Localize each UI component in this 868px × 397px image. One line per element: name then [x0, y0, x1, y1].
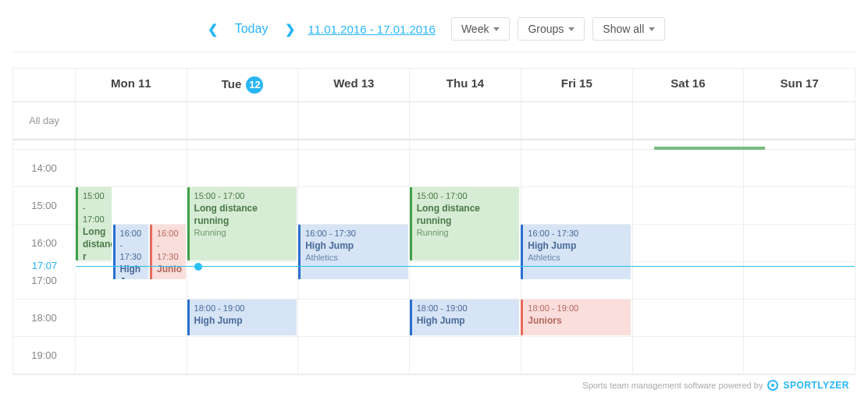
today-button[interactable]: Today: [235, 22, 269, 36]
event-title: Long distance running: [194, 202, 293, 227]
allday-cell[interactable]: [187, 102, 299, 139]
event-title: Long distance r: [83, 225, 107, 261]
event-title: Long distance running: [417, 202, 515, 227]
today-badge: 12: [246, 76, 263, 94]
event-time: 18:00 - 19:00: [194, 303, 293, 314]
dropdown-label: Week: [461, 23, 489, 35]
chevron-down-icon: [568, 27, 575, 31]
allday-cell[interactable]: [633, 102, 745, 139]
prev-arrow-icon[interactable]: ❮: [203, 22, 222, 37]
calendar-event[interactable]: 16:00 - 17:30Junio: [150, 225, 186, 279]
day-header[interactable]: Wed 13: [298, 69, 410, 101]
calendar-event[interactable]: 16:00 - 17:30High J: [113, 225, 149, 279]
calendar-event[interactable]: 15:00 - 17:00Long distance r: [76, 187, 112, 261]
time-col-header: [13, 69, 76, 101]
brand-name[interactable]: SPORTLYZER: [783, 380, 849, 391]
calendar-event[interactable]: 15:00 - 17:00Long distance runningRunnin…: [410, 187, 520, 261]
day-header[interactable]: Sun 17: [744, 69, 855, 101]
next-arrow-icon[interactable]: ❯: [280, 22, 300, 37]
day-column: 15:00 - 17:00Long distance runningRunnin…: [187, 140, 299, 374]
time-label: 16:00: [13, 225, 76, 261]
event-time: 15:00 - 17:00: [417, 190, 515, 202]
event-title: Juniors: [528, 314, 626, 327]
event-title: High Jump: [417, 314, 515, 327]
event-time: 15:00 - 17:00: [83, 190, 107, 225]
allday-label: All day: [13, 102, 76, 139]
event-time: 16:00 - 17:30: [528, 228, 626, 239]
event-time: 15:00 - 17:00: [194, 190, 293, 202]
dropdown-label: Groups: [528, 23, 564, 35]
calendar: Mon 11Tue 12Wed 13Thu 14Fri 15Sat 16Sun …: [12, 68, 856, 375]
event-title: High Jump: [194, 314, 293, 327]
event-time: 18:00 - 19:00: [417, 303, 515, 314]
allday-cell[interactable]: [410, 102, 521, 139]
chevron-down-icon: [493, 27, 500, 31]
event-time: 18:00 - 19:00: [528, 303, 626, 314]
calendar-event[interactable]: 16:00 - 17:30High JumpAthletics: [298, 225, 408, 279]
day-header[interactable]: Mon 11: [76, 69, 187, 101]
day-header[interactable]: Tue 12: [187, 69, 299, 101]
chevron-down-icon: [649, 27, 655, 31]
time-label: 18:00: [13, 300, 76, 336]
time-label: 19:00: [13, 337, 76, 374]
calendar-event[interactable]: 18:00 - 19:00High Jump: [187, 300, 297, 335]
calendar-event[interactable]: 18:00 - 19:00Juniors: [521, 300, 631, 335]
time-label-empty: [13, 140, 76, 149]
dropdown-label: Show all: [603, 23, 644, 35]
event-title: High J: [120, 263, 144, 279]
day-column: [632, 140, 744, 374]
day-column: 15:00 - 17:00Long distance r16:00 - 17:3…: [76, 140, 187, 374]
day-column: 16:00 - 17:30High JumpAthletics: [298, 140, 410, 374]
allday-row: All day: [13, 101, 855, 140]
calendar-event[interactable]: 18:00 - 19:00High Jump: [410, 300, 520, 335]
event-sub: Running: [194, 227, 293, 239]
showall-dropdown[interactable]: Show all: [592, 17, 665, 41]
allday-cell[interactable]: [521, 102, 633, 139]
events-layer: 15:00 - 17:00Long distance r16:00 - 17:3…: [13, 140, 855, 374]
calendar-event[interactable]: 16:00 - 17:30High JumpAthletics: [521, 225, 631, 279]
calendar-event[interactable]: 15:00 - 17:00Long distance runningRunnin…: [187, 187, 297, 261]
event-time: 16:00 - 17:30: [157, 228, 181, 263]
groups-dropdown[interactable]: Groups: [518, 17, 585, 41]
time-label: 14:00: [13, 150, 76, 186]
event-time: 16:00 - 17:30: [305, 228, 404, 239]
allday-cell[interactable]: [76, 102, 187, 139]
event-title: High Jump: [305, 239, 404, 252]
calendar-header-row: Mon 11Tue 12Wed 13Thu 14Fri 15Sat 16Sun …: [13, 69, 855, 101]
event-title: High Jump: [528, 239, 626, 252]
event-time: 16:00 - 17:30: [120, 228, 144, 263]
day-header[interactable]: Thu 14: [410, 69, 521, 101]
day-header[interactable]: Sat 16: [633, 69, 745, 101]
time-label: 17:00: [13, 262, 76, 299]
allday-cell[interactable]: [744, 102, 855, 139]
event-sub: Athletics: [305, 252, 404, 264]
calendar-grid: 14:0015:0016:0017:0018:0019:0015:00 - 17…: [13, 140, 855, 374]
time-label: 15:00: [13, 187, 76, 224]
day-column: 15:00 - 17:00Long distance runningRunnin…: [410, 140, 521, 374]
footer: Sports team management software powered …: [12, 375, 856, 391]
event-title: Junio: [157, 263, 181, 275]
week-dropdown[interactable]: Week: [451, 17, 510, 41]
date-range-link[interactable]: 11.01.2016 - 17.01.2016: [308, 23, 435, 36]
event-sub: Athletics: [528, 252, 626, 264]
event-sub: Running: [417, 227, 515, 239]
footer-text: Sports team management software powered …: [582, 381, 763, 390]
day-column: [743, 140, 855, 374]
toolbar: ❮ Today ❯ 11.01.2016 - 17.01.2016 Week G…: [12, 6, 856, 52]
day-header[interactable]: Fri 15: [521, 69, 633, 101]
allday-cell[interactable]: [298, 102, 410, 139]
day-column: 16:00 - 17:30High JumpAthletics18:00 - 1…: [521, 140, 632, 374]
day-weekday: Tue: [222, 77, 242, 90]
brand-logo-icon: [767, 380, 778, 391]
